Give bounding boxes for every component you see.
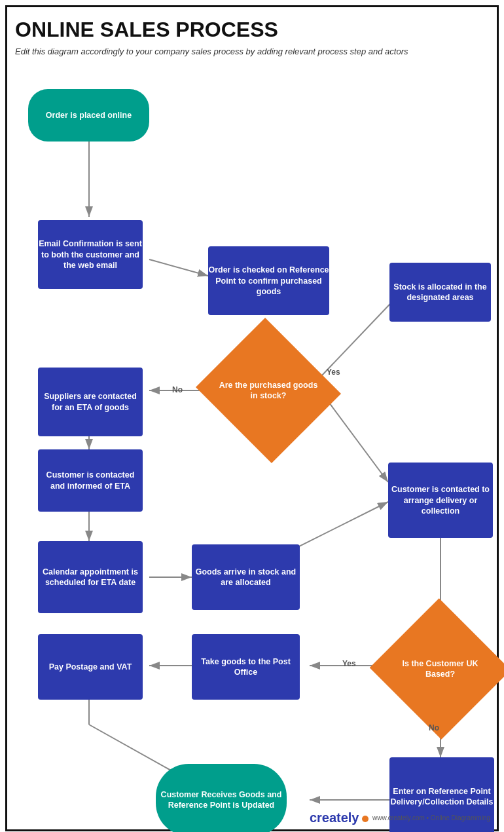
uk-based-diamond: Is the Customer UK Based? [389,620,491,718]
footer-url: www.creately.com • Online Diagramming [372,814,490,822]
no-label-2: No [429,723,439,732]
goods-arrive-node: Goods arrive in stock and are allocated [192,544,300,610]
dot-icon [362,816,369,822]
calendar-node: Calendar appointment is scheduled for ET… [38,541,143,613]
finish-node: Customer Receives Goods and Reference Po… [156,764,287,832]
pay-postage-node: Pay Postage and VAT [38,634,143,700]
footer: creately www.creately.com • Online Diagr… [310,810,490,825]
svg-line-2 [149,259,208,276]
customer-eta-node: Customer is contacted and informed of ET… [38,449,143,512]
email-confirm-node: Email Confirmation is sent to both the c… [38,220,143,289]
customer-delivery-node: Customer is contacted to arrange deliver… [388,463,493,538]
in-stock-diamond: Are the purchased goods in stock? [215,341,322,440]
yes-label-1: Yes [327,368,340,377]
page-container: ONLINE SALES PROCESS Edit this diagram a… [5,5,499,831]
order-check-node: Order is checked on Reference Point to c… [208,246,329,315]
flowchart: Order is placed online Email Confirmatio… [15,69,499,823]
suppliers-node: Suppliers are contacted for an ETA of go… [38,368,143,436]
yes-label-2: Yes [342,659,356,668]
no-label-1: No [172,385,183,394]
take-goods-node: Take goods to the Post Office [192,634,300,700]
page-subtitle: Edit this diagram accordingly to your co… [15,46,489,58]
start-node: Order is placed online [28,89,149,142]
creately-logo: creately [310,810,369,825]
page-title: ONLINE SALES PROCESS [15,18,489,42]
stock-allocated-node: Stock is allocated in the designated are… [389,263,491,322]
